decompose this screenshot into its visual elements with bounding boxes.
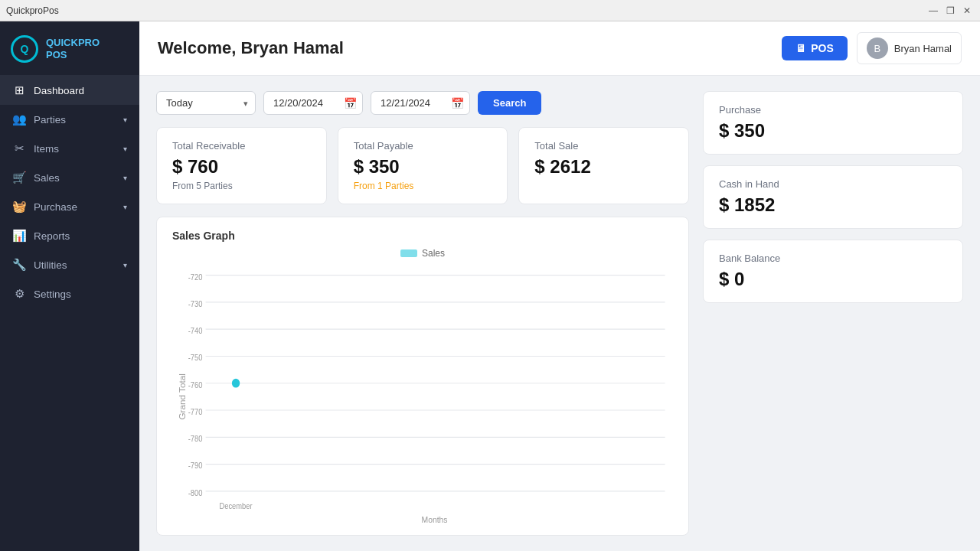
app-container: Q QUICKPROPOS ⊞ Dashboard 👥 Parties ▾ ✂ … (0, 21, 980, 551)
sidebar-item-sales[interactable]: 🛒 Sales ▾ (0, 163, 139, 192)
pos-button[interactable]: 🖥 POS (782, 36, 848, 60)
header: Welcome, Bryan Hamal 🖥 POS B Bryan Hamal (139, 21, 980, 76)
data-point (232, 379, 240, 388)
sidebar-item-purchase[interactable]: 🧺 Purchase ▾ (0, 192, 139, 221)
svg-text:-740: -740 (188, 327, 203, 336)
logo-text: QUICKPROPOS (46, 37, 100, 60)
reports-icon: 📊 (12, 229, 26, 243)
chevron-down-icon: ▾ (123, 116, 127, 124)
cash-in-hand-label: Cash in Hand (719, 178, 947, 190)
utilities-icon: 🔧 (12, 258, 26, 272)
content-area: Today This Week This Month This Year Cus… (139, 76, 980, 551)
date-to-input[interactable] (371, 91, 470, 115)
svg-text:December: December (220, 502, 253, 511)
svg-text:-770: -770 (188, 407, 203, 416)
stats-row: Total Receivable $ 760 From 5 Parties To… (156, 127, 689, 204)
avatar: B (867, 37, 888, 59)
sale-value: $ 2612 (534, 156, 673, 178)
svg-text:-750: -750 (188, 354, 203, 363)
purchase-card: Purchase $ 350 (703, 91, 963, 155)
right-column: Purchase $ 350 Cash in Hand $ 1852 Bank … (703, 91, 963, 536)
stat-card-receivable: Total Receivable $ 760 From 5 Parties (156, 127, 327, 204)
svg-text:-780: -780 (188, 435, 203, 444)
receivable-label: Total Receivable (172, 140, 311, 152)
settings-icon: ⚙ (12, 287, 26, 301)
bank-balance-label: Bank Balance (719, 253, 947, 264)
svg-text:-800: -800 (188, 488, 203, 497)
receivable-value: $ 760 (172, 156, 311, 178)
sidebar: Q QUICKPROPOS ⊞ Dashboard 👥 Parties ▾ ✂ … (0, 21, 139, 551)
bank-balance-value: $ 0 (719, 269, 947, 290)
svg-text:-760: -760 (188, 380, 203, 390)
chart-legend: Sales (172, 248, 673, 259)
left-column: Today This Week This Month This Year Cus… (156, 91, 689, 536)
date-to-wrap: 📅 (371, 91, 470, 115)
payable-value: $ 350 (354, 156, 492, 178)
sidebar-item-dashboard[interactable]: ⊞ Dashboard (0, 76, 139, 105)
maximize-button[interactable]: ❒ (943, 4, 957, 18)
titlebar: QuickproPos — ❒ ✕ (0, 0, 980, 21)
sale-label: Total Sale (534, 140, 673, 152)
sidebar-label-utilities: Utilities (34, 259, 67, 271)
app-title: QuickproPos (6, 5, 59, 16)
dashboard-icon: ⊞ (12, 83, 26, 97)
cash-in-hand-value: $ 1852 (719, 194, 947, 216)
svg-text:-790: -790 (188, 461, 203, 471)
sidebar-item-settings[interactable]: ⚙ Settings (0, 279, 139, 308)
sidebar-item-parties[interactable]: 👥 Parties ▾ (0, 105, 139, 134)
period-select-wrap: Today This Week This Month This Year Cus… (156, 91, 256, 115)
purchase-label: Purchase (719, 104, 947, 116)
svg-text:-720: -720 (188, 272, 203, 282)
sidebar-logo: Q QUICKPROPOS (0, 21, 139, 76)
chevron-down-icon: ▾ (123, 203, 127, 211)
chart-card: Sales Graph Sales Grand Total -720 -730 … (156, 217, 689, 536)
sidebar-label-items: Items (34, 143, 59, 155)
sidebar-label-settings: Settings (34, 289, 71, 300)
pos-icon: 🖥 (795, 42, 806, 54)
chevron-down-icon: ▾ (123, 145, 127, 153)
chart-area: Grand Total -720 -730 -740 -750 -760 -77… (172, 262, 673, 523)
date-from-wrap: 📅 (263, 91, 363, 115)
header-actions: 🖥 POS B Bryan Hamal (782, 32, 962, 64)
search-button[interactable]: Search (478, 91, 541, 115)
sidebar-item-reports[interactable]: 📊 Reports (0, 221, 139, 250)
svg-text:Months: Months (422, 514, 448, 523)
purchase-icon: 🧺 (12, 200, 26, 214)
main-content: Welcome, Bryan Hamal 🖥 POS B Bryan Hamal (139, 21, 980, 551)
period-select[interactable]: Today This Week This Month This Year Cus… (156, 91, 256, 115)
sales-chart: Grand Total -720 -730 -740 -750 -760 -77… (172, 262, 673, 523)
chevron-down-icon: ▾ (123, 261, 127, 269)
legend-color-box (400, 249, 417, 257)
sidebar-label-purchase: Purchase (34, 201, 77, 213)
logo-icon: Q (11, 35, 38, 63)
filter-bar: Today This Week This Month This Year Cus… (156, 91, 689, 115)
sidebar-label-dashboard: Dashboard (34, 85, 84, 96)
stat-card-payable: Total Payable $ 350 From 1 Parties (338, 127, 508, 204)
chart-title: Sales Graph (172, 230, 673, 242)
sidebar-label-sales: Sales (34, 172, 60, 184)
user-name: Bryan Hamal (894, 43, 952, 54)
bank-balance-card: Bank Balance $ 0 (703, 240, 963, 303)
date-from-input[interactable] (263, 91, 363, 115)
receivable-sub: From 5 Parties (172, 181, 311, 191)
purchase-value: $ 350 (719, 120, 947, 142)
stat-card-sale: Total Sale $ 2612 (518, 127, 689, 204)
payable-label: Total Payable (354, 140, 492, 152)
legend-label: Sales (422, 248, 445, 259)
minimize-button[interactable]: — (926, 4, 940, 18)
page-title: Welcome, Bryan Hamal (158, 38, 344, 58)
svg-text:-730: -730 (188, 299, 203, 308)
parties-icon: 👥 (12, 112, 26, 126)
sidebar-item-items[interactable]: ✂ Items ▾ (0, 134, 139, 163)
sidebar-item-utilities[interactable]: 🔧 Utilities ▾ (0, 250, 139, 279)
sidebar-label-parties: Parties (34, 114, 66, 126)
user-menu[interactable]: B Bryan Hamal (857, 32, 962, 64)
payable-sub: From 1 Parties (354, 181, 492, 191)
sidebar-label-reports: Reports (34, 230, 70, 242)
items-icon: ✂ (12, 142, 26, 155)
window-controls: — ❒ ✕ (926, 4, 974, 18)
close-button[interactable]: ✕ (960, 4, 974, 18)
svg-text:Grand Total: Grand Total (178, 373, 186, 420)
sales-icon: 🛒 (12, 171, 26, 184)
chevron-down-icon: ▾ (123, 174, 127, 182)
